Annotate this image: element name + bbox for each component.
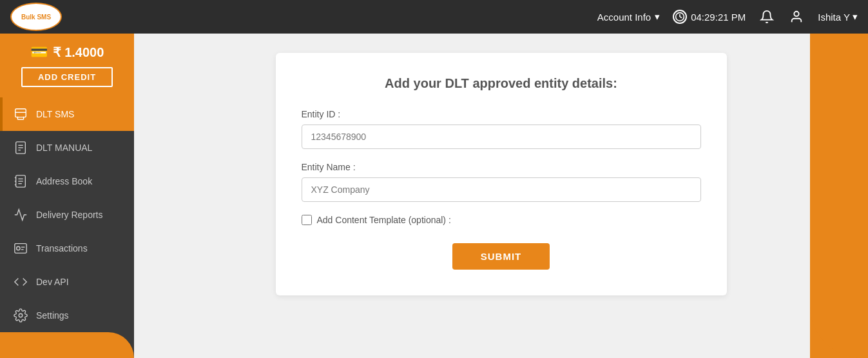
content-area: Add your DLT approved entity details: En…: [134, 34, 868, 358]
form-title: Add your DLT approved entity details:: [302, 76, 701, 91]
svg-point-3: [795, 12, 799, 16]
sidebar-nav: DLT SMS DLT MANUAL Address Book: [0, 97, 134, 332]
header-right: Account Info ▾ 04:29:21 PM: [597, 8, 858, 25]
svg-rect-4: [15, 109, 26, 117]
main-layout: 💳 ₹ 1.4000 ADD CREDIT DLT SMS DLT MANUAL: [0, 34, 868, 358]
dlt-entity-form-card: Add your DLT approved entity details: En…: [276, 53, 727, 295]
entity-id-input[interactable]: [302, 124, 701, 149]
sidebar-item-settings-label: Settings: [36, 310, 69, 321]
sidebar-item-address-book-label: Address Book: [36, 176, 92, 186]
sidebar-item-transactions-label: Transactions: [36, 243, 88, 254]
account-info-label: Account Info: [597, 12, 651, 23]
dev-api-icon: [13, 274, 28, 290]
clock-time: 04:29:21 PM: [691, 12, 746, 23]
submit-button[interactable]: SUBMIT: [452, 243, 550, 270]
sidebar-bottom-decoration: [0, 332, 134, 358]
entity-id-label: Entity ID :: [302, 109, 701, 119]
logo: Bulk SMS: [10, 3, 62, 31]
entity-id-group: Entity ID :: [302, 109, 701, 149]
credit-display: 💳 ₹ 1.4000: [30, 44, 104, 61]
user-name-button[interactable]: Ishita Y ▾: [818, 11, 858, 23]
wallet-icon: 💳: [30, 44, 48, 61]
sidebar-item-address-book[interactable]: Address Book: [0, 164, 134, 198]
transactions-icon: [13, 241, 28, 256]
sidebar-item-dlt-sms-label: DLT SMS: [36, 109, 74, 119]
sidebar-item-dev-api-label: Dev API: [36, 277, 69, 287]
sidebar-item-dev-api[interactable]: Dev API: [0, 265, 134, 299]
sidebar-item-dlt-manual-label: DLT MANUAL: [36, 143, 92, 153]
sidebar-item-settings[interactable]: Settings: [0, 299, 134, 332]
svg-point-24: [19, 313, 23, 317]
content-template-row: Add Content Template (optional) :: [302, 215, 701, 225]
user-chevron: ▾: [853, 11, 858, 23]
settings-icon: [13, 308, 28, 323]
svg-line-2: [680, 17, 682, 18]
entity-name-input[interactable]: [302, 177, 701, 202]
right-decoration-inner: [810, 34, 868, 358]
clock-section: 04:29:21 PM: [673, 10, 746, 24]
entity-name-group: Entity Name :: [302, 162, 701, 202]
bell-icon[interactable]: [758, 8, 775, 25]
sidebar-item-transactions[interactable]: Transactions: [0, 232, 134, 265]
user-icon[interactable]: [788, 8, 805, 25]
credit-amount-value: ₹ 1.4000: [53, 45, 104, 60]
account-info-button[interactable]: Account Info ▾: [597, 11, 660, 23]
dlt-sms-icon: [13, 106, 28, 122]
clock-icon: [673, 10, 687, 24]
content-template-checkbox[interactable]: [302, 215, 312, 225]
svg-point-21: [17, 246, 20, 250]
sidebar-item-delivery-reports-label: Delivery Reports: [36, 210, 102, 220]
account-info-chevron: ▾: [655, 11, 660, 23]
right-decoration: [810, 34, 868, 358]
address-book-icon: [13, 174, 28, 189]
entity-name-label: Entity Name :: [302, 162, 701, 172]
sidebar-item-dlt-sms[interactable]: DLT SMS: [0, 97, 134, 131]
logo-text: Bulk SMS: [21, 14, 51, 21]
dlt-manual-icon: [13, 140, 28, 155]
sidebar-item-delivery-reports[interactable]: Delivery Reports: [0, 198, 134, 232]
sidebar: 💳 ₹ 1.4000 ADD CREDIT DLT SMS DLT MANUAL: [0, 34, 134, 358]
add-credit-button[interactable]: ADD CREDIT: [21, 67, 113, 87]
content-template-label: Add Content Template (optional) :: [317, 215, 451, 225]
user-name-text: Ishita Y: [818, 12, 850, 23]
delivery-reports-icon: [13, 207, 28, 223]
top-header: Bulk SMS Account Info ▾ 04:29:21 PM: [0, 0, 868, 34]
sidebar-credit-section: 💳 ₹ 1.4000 ADD CREDIT: [0, 34, 134, 97]
sidebar-item-dlt-manual[interactable]: DLT MANUAL: [0, 131, 134, 164]
